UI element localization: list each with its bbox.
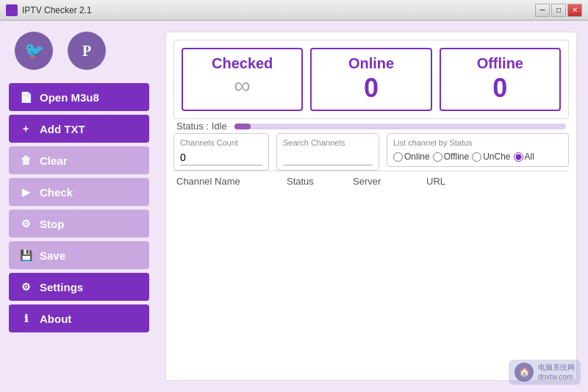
watermark-text: 电脑系统网 dnxtw.com bbox=[538, 363, 575, 382]
paypal-icon: P bbox=[82, 43, 91, 60]
radio-unche-label: UnChe bbox=[483, 152, 510, 162]
stats-row: Checked ∞ Online 0 Offline 0 bbox=[173, 40, 569, 119]
radio-online-input[interactable] bbox=[393, 152, 403, 162]
radio-all-input[interactable] bbox=[514, 152, 523, 162]
watermark-box: 🏠 电脑系统网 dnxtw.com bbox=[509, 360, 581, 385]
title-bar: IPTV Checker 2.1 ─ □ ✕ bbox=[0, 0, 588, 21]
col-channel-name: Channel Name bbox=[176, 176, 272, 187]
online-label: Online bbox=[348, 55, 394, 72]
add-txt-button[interactable]: + Add TXT bbox=[9, 115, 149, 143]
trash-icon: 🗑 bbox=[19, 154, 32, 166]
radio-unche[interactable]: UnChe bbox=[472, 152, 510, 162]
open-m3u8-button[interactable]: 📄 Open M3u8 bbox=[9, 83, 149, 111]
offline-value: 0 bbox=[492, 72, 507, 104]
status-bar: Status : Idle bbox=[173, 119, 569, 133]
filter-label: List channel by Status bbox=[393, 138, 562, 147]
twitter-button[interactable]: 🐦 bbox=[15, 32, 53, 70]
channels-count-input[interactable] bbox=[180, 150, 262, 165]
channels-count-box: Channels Count bbox=[173, 133, 269, 171]
search-channels-box: Search Channels bbox=[276, 133, 379, 171]
radio-offline-label: Offline bbox=[444, 152, 469, 162]
sidebar: 🐦 P 📄 Open M3u8 + Add TXT 🗑 Clear ▶ Chec… bbox=[0, 21, 158, 392]
paypal-button[interactable]: P bbox=[68, 32, 106, 70]
controls-row: Channels Count Search Channels List chan… bbox=[173, 133, 569, 171]
clear-button[interactable]: 🗑 Clear bbox=[9, 146, 149, 174]
table-header: Channel Name Status Server URL bbox=[173, 171, 569, 188]
watermark-icon: 🏠 bbox=[514, 363, 534, 382]
check-button[interactable]: ▶ Check bbox=[9, 178, 149, 206]
title-bar-text: IPTV Checker 2.1 bbox=[22, 5, 535, 15]
online-value: 0 bbox=[364, 72, 379, 104]
progress-bar-background bbox=[234, 124, 566, 129]
minimize-button[interactable]: ─ bbox=[535, 4, 550, 17]
content-panel: Checked ∞ Online 0 Offline 0 Status : Id… bbox=[165, 32, 577, 381]
radio-offline-input[interactable] bbox=[433, 152, 442, 162]
radio-offline[interactable]: Offline bbox=[433, 152, 469, 162]
radio-online-label: Online bbox=[404, 152, 430, 162]
search-channels-input[interactable] bbox=[283, 150, 373, 165]
save-icon: 💾 bbox=[19, 249, 32, 261]
radio-all[interactable]: All bbox=[514, 152, 534, 162]
maximize-button[interactable]: □ bbox=[551, 4, 566, 17]
radio-unche-input[interactable] bbox=[472, 152, 481, 162]
info-icon: ℹ bbox=[19, 313, 32, 324]
app-icon bbox=[6, 4, 18, 16]
watermark: 🏠 电脑系统网 dnxtw.com bbox=[509, 360, 581, 385]
channels-count-label: Channels Count bbox=[180, 138, 262, 147]
settings-button[interactable]: ⚙ Settings bbox=[9, 273, 149, 301]
close-button[interactable]: ✕ bbox=[567, 4, 582, 17]
window-controls: ─ □ ✕ bbox=[535, 4, 582, 17]
main-container: 🐦 P 📄 Open M3u8 + Add TXT 🗑 Clear ▶ Chec… bbox=[0, 21, 588, 392]
save-button[interactable]: 💾 Save bbox=[9, 241, 149, 269]
about-button[interactable]: ℹ About bbox=[9, 304, 149, 332]
social-icons: 🐦 P bbox=[9, 32, 149, 70]
stop-button[interactable]: ⚙ Stop bbox=[9, 210, 149, 238]
offline-label: Offline bbox=[477, 55, 523, 72]
play-icon: ▶ bbox=[19, 186, 32, 198]
twitter-icon: 🐦 bbox=[24, 41, 44, 60]
offline-card: Offline 0 bbox=[440, 48, 561, 111]
radio-online[interactable]: Online bbox=[393, 152, 430, 162]
content-area: Checked ∞ Online 0 Offline 0 Status : Id… bbox=[158, 21, 588, 392]
filter-box: List channel by Status Online Offline bbox=[387, 133, 569, 167]
search-channels-label: Search Channels bbox=[283, 138, 373, 147]
radio-group: Online Offline UnChe All bbox=[393, 152, 562, 162]
col-server: Server bbox=[353, 176, 412, 187]
col-url: URL bbox=[426, 176, 566, 187]
col-status: Status bbox=[287, 176, 338, 187]
online-card: Online 0 bbox=[310, 48, 431, 111]
stop-icon: ⚙ bbox=[19, 218, 32, 229]
gear-icon: ⚙ bbox=[19, 281, 32, 293]
radio-all-label: All bbox=[525, 152, 534, 162]
progress-bar-fill bbox=[234, 124, 251, 129]
plus-icon: + bbox=[19, 123, 32, 135]
checked-card: Checked ∞ bbox=[182, 48, 303, 111]
file-icon: 📄 bbox=[19, 91, 32, 103]
checked-value: ∞ bbox=[234, 72, 251, 99]
checked-label: Checked bbox=[212, 55, 273, 72]
status-text: Status : Idle bbox=[176, 121, 227, 132]
